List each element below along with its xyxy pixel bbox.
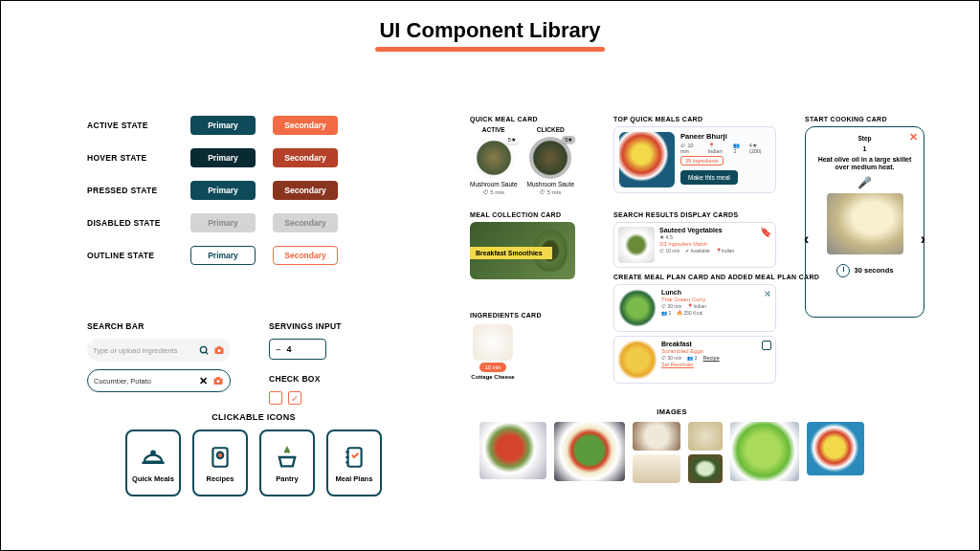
ingredient-card[interactable]: 10 min Cottage Cheese [470, 324, 516, 380]
top-meals-label: TOP QUICK MEALS CARD [613, 116, 776, 122]
svg-point-0 [200, 346, 206, 352]
rating-badge: 5★ [505, 136, 519, 143]
secondary-button-outline[interactable]: Secondary [273, 246, 338, 265]
basket-icon [273, 443, 301, 472]
next-arrow-icon[interactable]: › [921, 231, 925, 248]
search-input-empty[interactable]: Type or upload ingredients [87, 339, 231, 362]
checkbox-checked[interactable]: ✓ [288, 391, 301, 405]
start-cooking-section: START COOKING CARD ✕ Step 1 Heat olive o… [805, 116, 924, 318]
svg-rect-7 [216, 377, 220, 379]
meta-cuisine: 📍Indian [687, 303, 706, 309]
meta-time: ⏱ 30 min [661, 355, 681, 361]
cooking-card: ✕ Step 1 Heat olive oil in a large skill… [805, 126, 924, 318]
state-label-pressed: PRESSED STATE [87, 186, 173, 195]
ingredient-name: Cottage Cheese [471, 374, 514, 380]
checkbox-icon[interactable] [762, 341, 771, 350]
clear-icon[interactable]: ✕ [197, 375, 209, 386]
primary-button-outline[interactable]: Primary [190, 246, 256, 265]
food-image [633, 454, 680, 483]
timer-value: 30 seconds [855, 266, 894, 275]
search-input-filled[interactable]: Cucumber, Potato ✕ [87, 369, 231, 392]
step-label: Step [858, 135, 871, 142]
make-meal-button[interactable]: Make this meal [680, 170, 738, 185]
svg-point-11 [217, 452, 224, 458]
dish-image [618, 289, 657, 327]
meal-plan-section: CREATE MEAL PLAN CARD AND ADDED MEAL PLA… [613, 274, 819, 384]
ingredient-match: 3/3 Ingredient Match [659, 241, 771, 247]
icon-label: Meal Plans [336, 475, 373, 483]
title-underline [375, 47, 605, 52]
meta-time: ⏱ 10 min [659, 248, 679, 253]
recipe-link[interactable]: Recipe [703, 355, 720, 361]
icon-label: Quick Meals [132, 475, 174, 483]
timer-icon [836, 264, 850, 277]
food-image [807, 422, 864, 475]
primary-button-pressed[interactable]: Primary [190, 181, 256, 200]
meta-time: ⏱ 30 min [661, 303, 681, 309]
top-meal-card[interactable]: Paneer Bhurji ⏱ 10 min 📍Indian 👥 2 4★ (2… [613, 126, 776, 193]
dish-name: Paneer Bhurji [680, 132, 770, 141]
meta-available: ✔ Available [685, 248, 709, 253]
collection-card[interactable]: Breakfast Smoothies [470, 222, 575, 279]
quick-meal-card-active[interactable]: ACTIVE 5★ Mushroom Saute ⏱ 5 mts [470, 126, 518, 195]
food-image [633, 422, 680, 451]
dish-name: Thai Green Curry [661, 297, 771, 302]
reminder-link[interactable]: Set Reminder [661, 362, 694, 367]
search-results-label: SEARCH RESULTS DISPLAY CARDS [613, 211, 776, 218]
servings-stepper[interactable]: – 4 [269, 339, 326, 360]
quick-meal-card-clicked[interactable]: CLICKED 5★ Mushroom Saute ⏱ 5 mts [527, 126, 575, 195]
dish-image: 5★ [529, 137, 571, 179]
dish-name: Sauteed Vegetables [659, 227, 771, 233]
quick-meal-section: QUICK MEAL CARD ACTIVE 5★ Mushroom Saute… [470, 116, 574, 195]
minus-icon[interactable]: – [276, 344, 281, 355]
dish-image [618, 227, 655, 263]
dish-time: ⏱ 5 mts [540, 189, 561, 195]
shuffle-icon[interactable]: ⤭ [764, 289, 771, 298]
meal-plan-card-added[interactable]: Breakfast Scrambled Eggs ⏱ 30 min 👥 2 Re… [613, 336, 776, 384]
meal-plan-card-create[interactable]: Lunch Thai Green Curry ⏱ 30 min 📍Indian … [613, 284, 776, 332]
primary-button-hover[interactable]: Primary [190, 148, 256, 167]
clickable-icons-label: CLICKABLE ICONS [125, 412, 382, 422]
ingredient-image [473, 324, 513, 361]
meta-calories: 🔥 250 Kcal [677, 310, 702, 316]
meta-rating: 4★ (200) [749, 143, 770, 154]
checkbox-section: CHECK BOX ✓ [269, 374, 321, 405]
secondary-button-active[interactable]: Secondary [273, 116, 338, 135]
microphone-icon[interactable]: 🎤 [858, 176, 872, 189]
camera-icon[interactable] [212, 375, 224, 386]
dish-image [618, 341, 657, 379]
dish-image: 5★ [473, 137, 515, 179]
camera-icon[interactable] [213, 344, 225, 356]
dish-time: ⏱ 5 mts [483, 189, 504, 195]
dish-name: Mushroom Saute [470, 181, 518, 187]
secondary-button-hover[interactable]: Secondary [273, 148, 338, 167]
icon-card-quick-meals[interactable]: Quick Meals [125, 430, 181, 496]
icon-label: Recipes [207, 475, 234, 483]
search-icon[interactable] [198, 344, 210, 356]
search-result-card[interactable]: Sauteed Vegetables ★ 4.5 3/3 Ingredient … [613, 222, 776, 268]
clickable-icons-section: CLICKABLE ICONS Quick Meals Recipes Pant… [125, 412, 382, 496]
checkbox-unchecked[interactable] [269, 391, 282, 405]
meal-plan-label: CREATE MEAL PLAN CARD AND ADDED MEAL PLA… [613, 274, 819, 280]
icon-card-recipes[interactable]: Recipes [192, 430, 248, 496]
dish-name: Mushroom Saute [527, 181, 575, 187]
button-states-section: ACTIVE STATE Primary Secondary HOVER STA… [87, 116, 338, 278]
notebook-icon [340, 443, 368, 472]
icon-card-pantry[interactable]: Pantry [259, 430, 315, 496]
icon-label: Pantry [276, 475, 298, 483]
primary-button-active[interactable]: Primary [190, 116, 256, 135]
book-icon [206, 443, 234, 472]
step-instruction: Heat olive oil in a large skillet over m… [813, 156, 916, 172]
quick-meal-label: QUICK MEAL CARD [470, 116, 574, 122]
prev-arrow-icon[interactable]: ‹ [804, 231, 809, 248]
close-icon[interactable]: ✕ [909, 131, 918, 143]
rating-badge: 5★ [562, 136, 575, 143]
svg-line-1 [205, 351, 207, 353]
secondary-button-pressed[interactable]: Secondary [273, 181, 338, 200]
food-image [688, 422, 723, 451]
search-bar-label: SEARCH BAR [87, 321, 231, 331]
meal-type: Breakfast [661, 341, 771, 347]
bookmark-icon[interactable]: 🔖 [760, 227, 771, 237]
icon-card-meal-plans[interactable]: Meal Plans [326, 430, 382, 496]
state-label-disabled: DISABLED STATE [87, 218, 173, 228]
